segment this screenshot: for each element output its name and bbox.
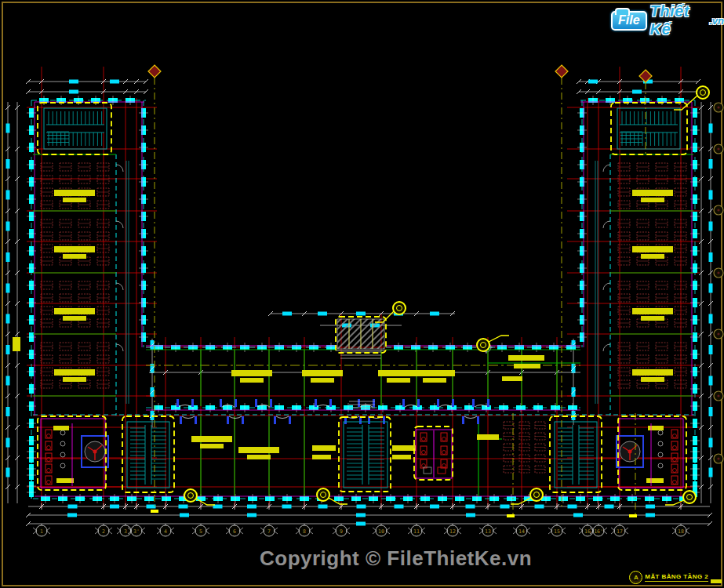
drawing-title-block: A MẶT BẰNG TẦNG 2	[629, 571, 722, 584]
logo-text: Thiết Kế	[650, 2, 708, 38]
svg-text:6: 6	[233, 528, 236, 535]
svg-text:13: 13	[485, 528, 491, 535]
title-scale-bar	[711, 579, 722, 583]
logo-suffix: .vn	[709, 15, 724, 27]
svg-text:15: 15	[554, 528, 560, 535]
svg-text:8: 8	[303, 528, 306, 535]
svg-text:4: 4	[164, 528, 167, 535]
wc-blocks	[41, 419, 683, 488]
logo-folder-icon: File	[611, 11, 647, 31]
cad-drawing-canvas: 1233'4567891011121314151616'1718 File Th…	[0, 0, 724, 588]
svg-text:11: 11	[413, 528, 420, 535]
logo-file-text: File	[618, 13, 640, 27]
entrance-canopy	[336, 319, 386, 350]
svg-text:16': 16'	[594, 528, 603, 535]
copyright-text: Copyright © FileThietKe.vn	[260, 546, 532, 571]
svg-text:16: 16	[584, 528, 591, 535]
svg-text:5: 5	[199, 528, 202, 535]
floor-plan-drawing: 1233'4567891011121314151616'1718	[0, 0, 724, 588]
svg-text:10: 10	[378, 528, 384, 535]
svg-text:9: 9	[340, 528, 343, 535]
svg-text:7: 7	[267, 528, 271, 535]
drawing-title: MẶT BẰNG TẦNG 2	[645, 573, 708, 582]
doors	[116, 165, 610, 424]
svg-text:2: 2	[102, 528, 105, 535]
svg-text:3': 3'	[133, 528, 140, 535]
detail-marker-icon: A	[629, 571, 642, 584]
svg-text:14: 14	[518, 528, 525, 535]
svg-text:1: 1	[40, 528, 43, 535]
site-logo: File Thiết Kế .vn	[611, 7, 724, 34]
svg-text:17: 17	[617, 528, 623, 535]
dimension-chains	[5, 79, 713, 526]
svg-text:3: 3	[124, 528, 127, 535]
svg-text:12: 12	[449, 528, 456, 535]
svg-text:18: 18	[678, 528, 684, 535]
stairs	[44, 108, 680, 488]
